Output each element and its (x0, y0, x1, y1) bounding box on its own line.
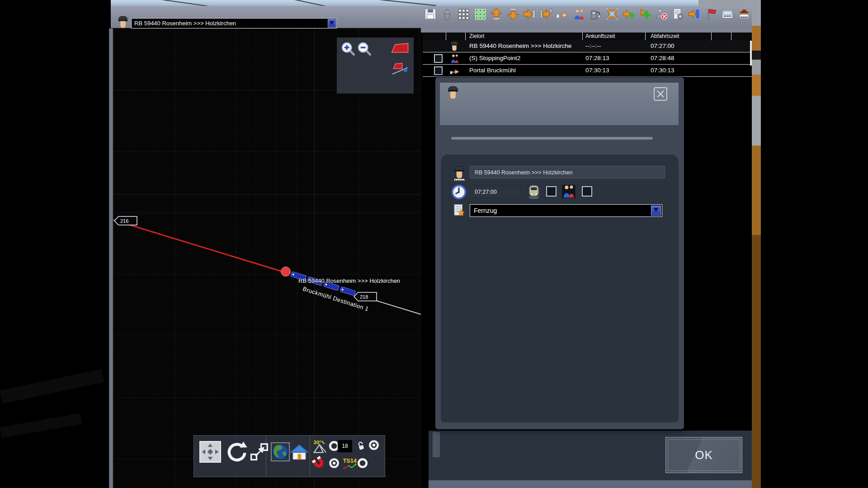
track-gradient-icon[interactable] (391, 61, 410, 76)
ts14-marker-icon[interactable]: TS14 (342, 455, 358, 471)
track-marker-216[interactable]: 216 (114, 216, 137, 225)
close-button[interactable] (654, 87, 667, 101)
track-section-icon[interactable] (390, 42, 409, 54)
column-header-zielort[interactable]: Zielort (469, 33, 484, 39)
service-type-arrow-button[interactable] (651, 206, 661, 216)
service-name-field[interactable]: RB 59440 Rosenheim >>> Holzkirchen (470, 166, 665, 178)
add-service-icon[interactable] (622, 8, 635, 20)
home-view-icon[interactable] (290, 443, 309, 462)
scene-strip (752, 0, 761, 488)
flag-icon[interactable] (705, 8, 717, 20)
column-separator (731, 33, 731, 40)
map-2d-view[interactable]: 216 218 RB 59440 Rosenheim >>> Holzkirch… (113, 28, 421, 488)
portal-icon[interactable] (688, 8, 701, 20)
service-type-value: Fernzug (474, 207, 497, 214)
row-separator (423, 76, 752, 77)
pan-icon (200, 442, 220, 462)
ok-button[interactable]: OK (665, 437, 742, 473)
cell-abfahrtszeit: 07:28:48 (651, 55, 675, 61)
driver-icon (453, 165, 466, 182)
refuel-icon[interactable] (589, 8, 602, 20)
add-service-alt-icon[interactable] (639, 8, 651, 20)
cell-abfahrtszeit: 07:27:00 (651, 42, 675, 49)
move-down-icon[interactable] (507, 8, 519, 20)
catenary-wire (364, 0, 436, 6)
column-separator (645, 33, 646, 40)
clock-icon (451, 184, 467, 200)
dialog-body: RB 59440 Rosenheim >>> Holzkirchen 07:27… (441, 155, 679, 422)
zoom-out-icon[interactable] (357, 41, 372, 56)
magnet-snap-icon[interactable] (311, 455, 327, 472)
bottom-strip (429, 480, 752, 488)
service-selector-arrow-button[interactable] (328, 19, 336, 28)
checkbox-stop-option-2[interactable] (582, 186, 592, 197)
pan-tool-button[interactable] (199, 441, 221, 463)
cell-abfahrtszeit: 07:30:13 (651, 67, 675, 74)
cell-zielort: Portal Bruckmühl (469, 67, 516, 74)
close-icon (655, 88, 666, 100)
world-view-icon[interactable] (270, 442, 290, 462)
radio-lock-on[interactable] (368, 439, 380, 451)
driver-icon (449, 41, 460, 52)
move-up-icon[interactable] (490, 8, 503, 20)
radio-ts14-off[interactable] (357, 457, 368, 469)
departure-time-value: 07:27:00 (475, 189, 497, 195)
save-icon[interactable] (424, 8, 437, 20)
map-navigation-toolbar: 30° 18 (193, 435, 385, 477)
select-hand-icon[interactable] (556, 8, 569, 20)
dialog-header (440, 83, 679, 125)
train-car[interactable] (340, 286, 356, 296)
pointer-icon (450, 66, 460, 76)
service-type-dropdown[interactable]: Fernzug (470, 204, 662, 217)
scene-shadow (0, 413, 82, 438)
layer-value-box[interactable]: 18 (338, 440, 352, 452)
delete-icon[interactable] (441, 8, 453, 20)
row-checkbox[interactable] (434, 54, 443, 63)
rotate-tool-icon[interactable] (225, 440, 248, 464)
chevron-down-icon (653, 208, 659, 212)
wall-strip (698, 0, 752, 6)
train-front-icon (527, 184, 541, 199)
table-scrollbar-thumb[interactable] (750, 41, 752, 66)
service-selector-dropdown[interactable]: RB 59440 Rosenheim >>> Holzkirchen (131, 18, 337, 28)
passengers-icon (450, 53, 460, 64)
route-endpoint-marker[interactable] (281, 267, 291, 277)
column-separator (465, 33, 466, 40)
insert-before-icon[interactable] (523, 8, 536, 20)
departure-time-field[interactable]: 07:27:00 (470, 185, 521, 198)
depot-icon[interactable] (738, 8, 750, 20)
service-type-icon (452, 203, 466, 217)
jump-tool-icon[interactable] (249, 442, 269, 462)
center-view-icon[interactable] (606, 8, 618, 20)
scene-shadow (0, 369, 104, 404)
grid-green-icon[interactable] (474, 8, 486, 20)
cell-zielort: RB 59440 Rosenheim >>> Holzkirche (469, 42, 582, 49)
radio-snap-on[interactable] (328, 457, 340, 469)
column-separator (582, 33, 583, 40)
column-header-ankunftszeit[interactable]: Ankunftszeit (585, 33, 615, 39)
map-left-scrollbar[interactable] (109, 28, 113, 488)
checkbox-stop-option-1[interactable] (546, 186, 557, 197)
remove-driver-icon[interactable] (655, 8, 668, 20)
row-checkbox[interactable] (434, 66, 443, 75)
table-row[interactable]: Portal Bruckmühl 07:30:13 07:30:13 (423, 65, 752, 77)
toolbar-divider (310, 436, 310, 477)
catenary-wire (261, 0, 340, 6)
grid-icon[interactable] (457, 8, 470, 20)
chevron-down-icon (330, 21, 334, 25)
gradient-overlay-icon[interactable]: 30° (313, 439, 327, 454)
service-properties-icon[interactable] (672, 8, 684, 20)
table-row[interactable]: (S) StoppingPoint2 07:28:13 07:28:48 (423, 52, 752, 65)
column-header-abfahrtszeit[interactable]: Abfahrtszeit (651, 33, 679, 39)
track-marker-216-label: 216 (120, 218, 128, 224)
svg-text:TS14: TS14 (343, 457, 357, 464)
zoom-in-icon[interactable] (340, 41, 356, 56)
passengers-icon[interactable] (573, 8, 585, 20)
passengers-icon (561, 183, 576, 200)
table-row[interactable]: RB 59440 Rosenheim >>> Holzkirche --:--:… (423, 40, 752, 52)
insert-after-icon[interactable] (540, 8, 552, 20)
train-service-label: RB 59440 Rosenheim >>> Holzkirchen (298, 277, 400, 284)
control-panel-icon[interactable] (721, 8, 734, 20)
main-toolbar (424, 8, 750, 21)
service-properties-dialog: RB 59440 Rosenheim >>> Holzkirchen 07:27… (435, 77, 684, 429)
